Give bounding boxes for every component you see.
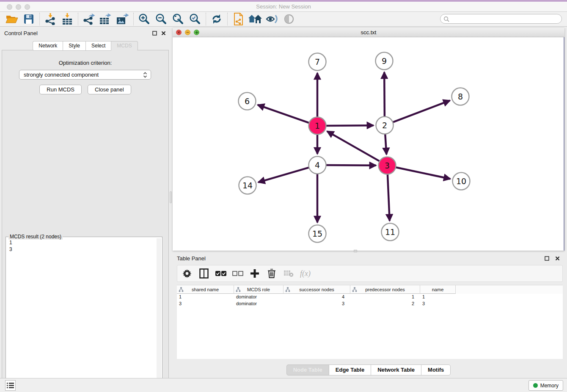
graph-node-14[interactable]: 14 xyxy=(239,177,256,194)
table-cell[interactable]: 4 xyxy=(284,294,350,301)
table-cell[interactable]: 3 xyxy=(420,301,456,307)
zoom-fit-button[interactable] xyxy=(170,13,187,25)
close-panel-icon[interactable] xyxy=(161,30,166,36)
column-header-mcds-role[interactable]: MCDS role xyxy=(234,285,284,294)
column-type-icon xyxy=(179,287,184,292)
add-column-button[interactable] xyxy=(249,268,260,279)
table-cell[interactable]: 1 xyxy=(420,294,456,301)
network-bottom-grip[interactable] xyxy=(354,250,357,252)
open-session-button[interactable] xyxy=(3,13,20,25)
graph-edge-1-2[interactable] xyxy=(325,125,373,126)
table-row[interactable]: 3dominator323 xyxy=(177,301,563,307)
document-network-icon xyxy=(233,13,244,25)
table-settings-button[interactable] xyxy=(182,268,193,279)
show-graphics-details-button[interactable] xyxy=(264,13,281,25)
table-cell[interactable]: 2 xyxy=(350,301,420,307)
tab-node-table[interactable]: Node Table xyxy=(286,364,329,375)
network-canvas[interactable]: 7968124314101511 xyxy=(173,37,564,251)
graph-node-15[interactable]: 15 xyxy=(309,225,326,243)
export-table-button[interactable] xyxy=(97,13,114,25)
task-history-button[interactable] xyxy=(5,380,16,391)
close-table-panel-icon[interactable] xyxy=(555,256,560,261)
deselect-all-button[interactable] xyxy=(232,268,243,279)
graph-edge-4-3[interactable] xyxy=(325,165,376,166)
run-mcds-button[interactable]: Run MCDS xyxy=(39,85,82,94)
zoom-out-button[interactable] xyxy=(153,13,170,25)
select-all-button[interactable] xyxy=(215,268,226,279)
graph-node-11[interactable]: 11 xyxy=(382,224,399,241)
graph-edge-4-14[interactable] xyxy=(258,167,309,182)
graph-node-2[interactable]: 2 xyxy=(376,117,394,134)
graph-node-9[interactable]: 9 xyxy=(376,52,393,70)
network-from-selection-button[interactable] xyxy=(230,13,247,25)
graph-node-10[interactable]: 10 xyxy=(453,173,470,190)
control-panel-header: Control Panel xyxy=(0,28,171,39)
memory-button[interactable]: Memory xyxy=(528,380,563,391)
tab-mcds[interactable]: MCDS xyxy=(111,41,138,51)
table-cell[interactable]: 3 xyxy=(177,301,234,307)
search-input[interactable] xyxy=(440,14,562,24)
column-header-name[interactable]: name xyxy=(420,285,456,294)
list-icon xyxy=(7,382,14,389)
tab-style[interactable]: Style xyxy=(63,41,85,51)
home-button[interactable] xyxy=(247,13,264,25)
graph-node-6[interactable]: 6 xyxy=(239,93,256,110)
window-controls[interactable] xyxy=(7,4,33,11)
graph-edge-1-6[interactable] xyxy=(258,105,310,123)
zoom-window-icon[interactable] xyxy=(25,4,30,10)
save-session-button[interactable] xyxy=(20,13,37,25)
panel-splitter-grip[interactable] xyxy=(170,191,172,203)
close-window-icon[interactable] xyxy=(7,4,12,10)
table-row[interactable]: 1dominator411 xyxy=(177,294,563,301)
graph-node-1[interactable]: 1 xyxy=(309,117,326,135)
table-cell[interactable]: dominator xyxy=(234,294,284,301)
network-view-window: scc.txt 7968124314101511 xyxy=(173,28,564,251)
zoom-selected-button[interactable] xyxy=(187,13,204,25)
graph-node-3[interactable]: 3 xyxy=(379,157,396,174)
graph-edge-2-8[interactable] xyxy=(392,100,450,122)
table-cell[interactable]: 1 xyxy=(350,294,420,301)
graph-node-4[interactable]: 4 xyxy=(309,157,326,174)
float-table-panel-icon[interactable] xyxy=(544,256,550,261)
mcds-result-text[interactable]: 1 3 xyxy=(6,238,157,392)
refresh-network-button[interactable] xyxy=(208,13,225,25)
network-right-scrollbar[interactable] xyxy=(564,37,564,251)
table-cell[interactable]: 3 xyxy=(284,301,350,307)
graph-edge-3-11[interactable] xyxy=(388,174,390,221)
float-panel-icon[interactable] xyxy=(152,30,157,36)
graph-node-7[interactable]: 7 xyxy=(309,53,326,71)
network-window-titlebar[interactable]: scc.txt xyxy=(173,28,564,37)
import-table-button[interactable] xyxy=(59,13,76,25)
tab-edge-table[interactable]: Edge Table xyxy=(329,364,371,375)
table-panel: Table Panel xyxy=(173,253,567,377)
graph-edge-2-3[interactable] xyxy=(385,133,386,154)
tab-motifs[interactable]: Motifs xyxy=(421,364,451,375)
export-network-button[interactable] xyxy=(80,13,97,25)
table-cell[interactable]: dominator xyxy=(234,301,284,307)
graph-node-label: 15 xyxy=(312,229,322,238)
column-header-shared-name[interactable]: shared name xyxy=(177,285,234,294)
tab-select[interactable]: Select xyxy=(85,41,111,51)
graph-edge-2-9[interactable] xyxy=(384,72,385,117)
column-visibility-button[interactable] xyxy=(198,268,209,279)
graph-edge-3-10[interactable] xyxy=(395,167,450,179)
column-header-predecessor-nodes[interactable]: predecessor nodes xyxy=(350,285,420,294)
close-panel-button[interactable]: Close panel xyxy=(88,85,131,94)
network-view-title: scc.txt xyxy=(173,29,564,36)
table-cell[interactable]: 1 xyxy=(177,294,234,301)
graph-edge-3-1[interactable] xyxy=(327,131,380,161)
tab-network[interactable]: Network xyxy=(33,41,63,51)
optimization-criterion-select[interactable]: strongly connected component xyxy=(19,70,151,80)
window-title: Session: New Session xyxy=(0,2,567,11)
import-table-icon xyxy=(62,13,73,25)
minimize-window-icon[interactable] xyxy=(16,4,21,10)
zoom-in-button[interactable] xyxy=(136,13,153,25)
graph-node-8[interactable]: 8 xyxy=(452,88,469,105)
tab-network-table[interactable]: Network Table xyxy=(371,364,421,375)
import-network-button[interactable] xyxy=(42,13,59,25)
mcds-result-scrollbar[interactable] xyxy=(157,238,161,392)
delete-column-button[interactable] xyxy=(266,268,277,279)
export-image-button[interactable] xyxy=(114,13,131,25)
column-header-successor-nodes[interactable]: successor nodes xyxy=(284,285,350,294)
save-icon xyxy=(24,14,34,24)
